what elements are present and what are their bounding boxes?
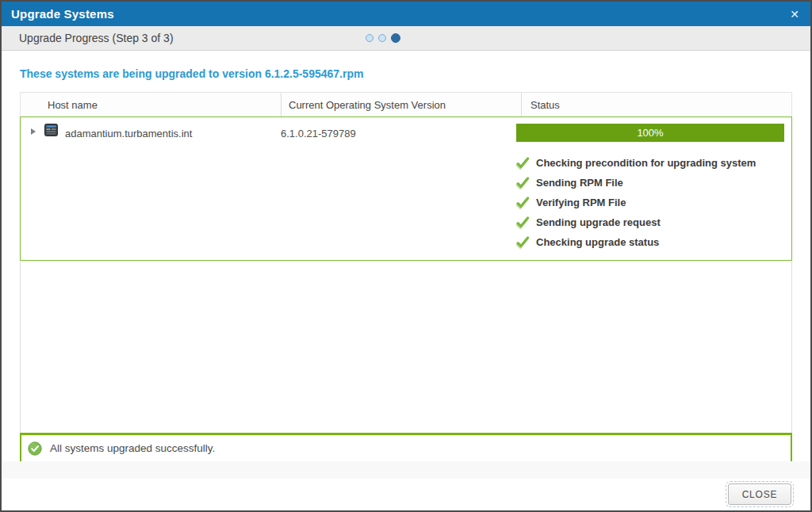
close-icon[interactable]: ✕	[790, 9, 799, 20]
status-cell: 100% Checking precondition for upgrading…	[508, 117, 790, 252]
host-name-value: adamantium.turbamentis.int	[65, 128, 192, 139]
task-label: Checking upgrade status	[536, 236, 659, 248]
host-server-icon	[44, 124, 58, 139]
grid-header-row: Host name Current Operating System Versi…	[20, 92, 792, 117]
step-dot-3-active	[391, 33, 400, 43]
check-icon	[516, 236, 530, 249]
upgrade-info-message: These systems are being upgraded to vers…	[20, 67, 810, 80]
check-icon	[516, 157, 530, 170]
dialog-title: Upgrade Systems	[11, 7, 114, 21]
grid-header-expander-spacer	[21, 93, 40, 117]
task-item-upgrade-status: Checking upgrade status	[516, 232, 790, 252]
task-label: Sending RPM File	[536, 177, 623, 189]
wizard-step-label: Upgrade Progress (Step 3 of 3)	[19, 32, 174, 44]
footer-band	[2, 461, 810, 479]
check-icon	[516, 216, 530, 229]
upgrade-task-list: Checking precondition for upgrading syst…	[516, 153, 790, 252]
table-row[interactable]: adamantium.turbamentis.int 6.1.0.21-5797…	[20, 117, 792, 261]
overall-status-bar: All systems upgraded successfully.	[20, 435, 792, 461]
task-item-sending-rpm: Sending RPM File	[516, 173, 790, 193]
check-icon	[516, 177, 530, 189]
upgrade-systems-dialog: Upgrade Systems ✕ Upgrade Progress (Step…	[0, 0, 812, 512]
success-check-circle-icon	[28, 441, 42, 456]
upgrade-progress-bar: 100%	[516, 124, 784, 142]
systems-grid: Host name Current Operating System Versi…	[20, 92, 792, 461]
task-item-precondition: Checking precondition for upgrading syst…	[516, 153, 790, 173]
step-dot-2	[378, 34, 386, 42]
os-version-value: 6.1.0.21-579789	[281, 128, 356, 139]
task-item-upgrade-request: Sending upgrade request	[516, 212, 790, 232]
check-icon	[516, 197, 530, 209]
step-dot-1	[366, 34, 373, 42]
task-label: Sending upgrade request	[536, 216, 661, 228]
dialog-titlebar: Upgrade Systems ✕	[2, 2, 810, 26]
task-label: Verifying RPM File	[536, 197, 626, 208]
grid-header-os-version[interactable]: Current Operating System Version	[281, 93, 521, 117]
task-label: Checking precondition for upgrading syst…	[536, 157, 756, 169]
wizard-step-strip: Upgrade Progress (Step 3 of 3)	[2, 26, 810, 51]
grid-header-status[interactable]: Status	[521, 93, 791, 117]
close-button[interactable]: CLOSE	[728, 483, 791, 505]
grid-header-host-name[interactable]: Host name	[40, 93, 281, 117]
overall-status-text: All systems upgraded successfully.	[50, 442, 215, 454]
grid-empty-area	[20, 261, 792, 433]
task-item-verifying-rpm: Verifying RPM File	[516, 193, 790, 212]
wizard-step-dots	[366, 26, 400, 50]
row-expander-icon[interactable]	[31, 128, 36, 135]
